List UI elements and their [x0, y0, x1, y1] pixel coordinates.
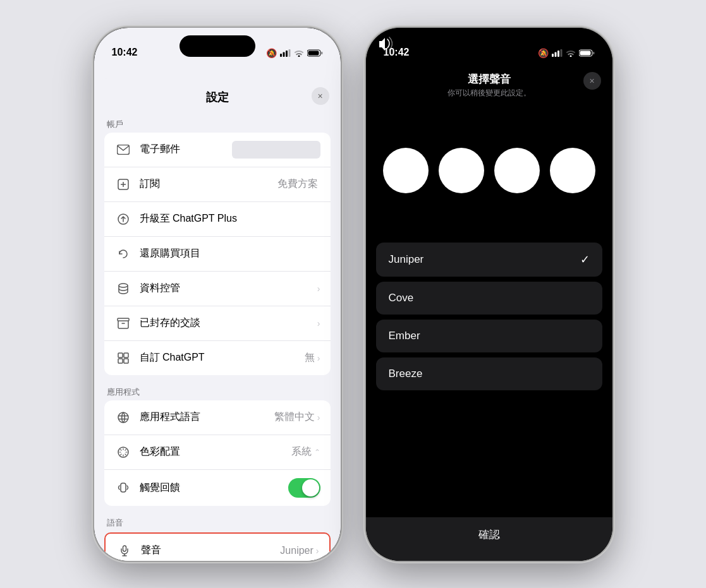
color-chevron-up: ⌃ — [314, 448, 320, 457]
sound-circle-3 — [494, 148, 540, 193]
sound-name-juniper: Juniper — [389, 253, 424, 266]
haptic-toggle[interactable] — [288, 478, 320, 498]
sound-circle-4 — [550, 148, 595, 193]
sound-name-cove: Cove — [389, 292, 414, 304]
svg-rect-1 — [283, 52, 284, 57]
settings-row-archived[interactable]: 已封存的交談 › — [104, 306, 331, 341]
status-time: 10:42 — [112, 47, 138, 58]
sound-name-breeze: Breeze — [389, 368, 423, 380]
data-chevron: › — [317, 284, 320, 294]
sound-list: Juniper ✓ Cove Ember Breeze — [366, 243, 612, 395]
settings-row-data[interactable]: 資料控管 › — [104, 272, 331, 306]
svg-rect-0 — [280, 54, 282, 57]
voice-label: 聲音 — [141, 544, 281, 557]
svg-rect-3 — [288, 49, 290, 57]
battery-icon — [307, 49, 323, 57]
email-label: 電子郵件 — [140, 143, 232, 156]
sound-item-juniper[interactable]: Juniper ✓ — [376, 243, 602, 277]
settings-row-language[interactable]: 應用程式語言 繁體中文 › — [104, 400, 331, 435]
restore-label: 還原購買項目 — [140, 247, 320, 260]
custom-label: 自訂 ChatGPT — [140, 351, 305, 364]
svg-rect-5 — [308, 51, 319, 55]
color-icon — [114, 443, 132, 461]
battery-icon-2 — [579, 49, 595, 57]
upgrade-label: 升級至 ChatGPT Plus — [140, 212, 320, 225]
settings-row-upgrade[interactable]: 升級至 ChatGPT Plus — [104, 202, 331, 237]
sound-circles-area — [366, 123, 612, 219]
phone-settings: 10:42 🔕 — [94, 28, 341, 561]
settings-sheet: 設定 × 帳戶 電子郵件 — [94, 78, 341, 561]
data-icon — [114, 280, 132, 297]
svg-rect-12 — [118, 353, 123, 357]
svg-rect-26 — [580, 51, 590, 55]
wifi-icon-2 — [566, 49, 576, 57]
svg-rect-15 — [124, 359, 128, 363]
svg-rect-27 — [593, 52, 595, 54]
sound-close-button[interactable]: × — [583, 72, 601, 90]
status-icons-2: 🔕 — [538, 48, 595, 58]
settings-row-voice[interactable]: 聲音 Juniper › — [106, 534, 329, 561]
voice-chevron: › — [316, 546, 319, 556]
color-value: 系統 — [291, 445, 312, 459]
bell-mute-icon: 🔕 — [266, 48, 277, 58]
confirm-label: 確認 — [478, 529, 500, 541]
sound-name-ember: Ember — [389, 330, 420, 342]
status-time-2: 10:42 — [384, 47, 410, 58]
settings-row-restore[interactable]: 還原購買項目 — [104, 237, 331, 272]
app-language-label: 應用程式語言 — [140, 411, 274, 424]
dynamic-island-2 — [451, 35, 527, 57]
settings-row-custom[interactable]: 自訂 ChatGPT 無 › — [104, 341, 331, 375]
sound-header-title: 選擇聲音 你可以稍後變更此設定。 — [447, 72, 531, 99]
sound-item-cove[interactable]: Cove — [376, 282, 602, 315]
status-icons: 🔕 — [266, 48, 323, 58]
svg-rect-2 — [286, 51, 288, 57]
sound-item-ember[interactable]: Ember — [376, 320, 602, 352]
highlighted-voice-row[interactable]: 聲音 Juniper › — [104, 532, 331, 561]
data-label: 資料控管 — [140, 282, 317, 295]
signal-icon — [280, 49, 291, 57]
sound-sub-title: 你可以稍後變更此設定。 — [447, 88, 531, 99]
subscription-value: 免費方案 — [277, 177, 318, 191]
svg-point-10 — [119, 284, 128, 287]
svg-rect-6 — [321, 52, 323, 54]
archived-chevron: › — [317, 318, 320, 328]
language-icon — [114, 409, 132, 426]
email-input-field[interactable] — [232, 141, 320, 159]
sound-item-breeze[interactable]: Breeze — [376, 357, 602, 390]
sound-circle-2 — [439, 148, 484, 193]
wifi-icon — [294, 49, 304, 57]
settings-row-color[interactable]: 色彩配置 系統 ⌃ — [104, 435, 331, 470]
sound-circle-1 — [383, 148, 429, 193]
settings-row-email[interactable]: 電子郵件 — [104, 133, 331, 167]
signal-icon-2 — [552, 49, 563, 57]
sheet-header: 設定 × — [94, 78, 341, 112]
app-language-value: 繁體中文 — [274, 411, 315, 424]
svg-rect-18 — [121, 483, 126, 492]
phone-sound: 10:42 🔕 — [366, 28, 612, 561]
confirm-button[interactable]: 確認 — [366, 517, 612, 561]
settings-row-subscription[interactable]: 訂閱 免費方案 — [104, 167, 331, 202]
custom-value: 無 — [305, 351, 315, 364]
sound-header: 選擇聲音 你可以稍後變更此設定。 × — [366, 66, 612, 105]
section-label-voice: 語音 — [94, 511, 341, 531]
email-icon — [114, 141, 132, 159]
toggle-knob — [302, 479, 319, 496]
color-label: 色彩配置 — [140, 445, 291, 459]
svg-rect-23 — [557, 51, 559, 57]
sheet-close-button[interactable]: × — [312, 87, 329, 105]
juniper-checkmark: ✓ — [580, 253, 590, 267]
bell-mute-icon-2: 🔕 — [538, 48, 549, 58]
haptic-label: 觸覺回饋 — [140, 481, 288, 495]
haptic-icon — [114, 479, 132, 496]
subscription-icon — [114, 176, 132, 193]
settings-row-haptic[interactable]: 觸覺回饋 — [104, 470, 331, 506]
svg-rect-14 — [118, 359, 123, 363]
sheet-title: 設定 — [206, 90, 229, 105]
svg-rect-11 — [118, 318, 129, 321]
voice-value: Juniper — [280, 545, 313, 556]
archived-label: 已封存的交談 — [140, 316, 317, 330]
dynamic-island — [180, 35, 255, 57]
section-label-app: 應用程式 — [94, 380, 341, 400]
svg-rect-24 — [560, 49, 562, 57]
svg-point-16 — [118, 412, 128, 423]
